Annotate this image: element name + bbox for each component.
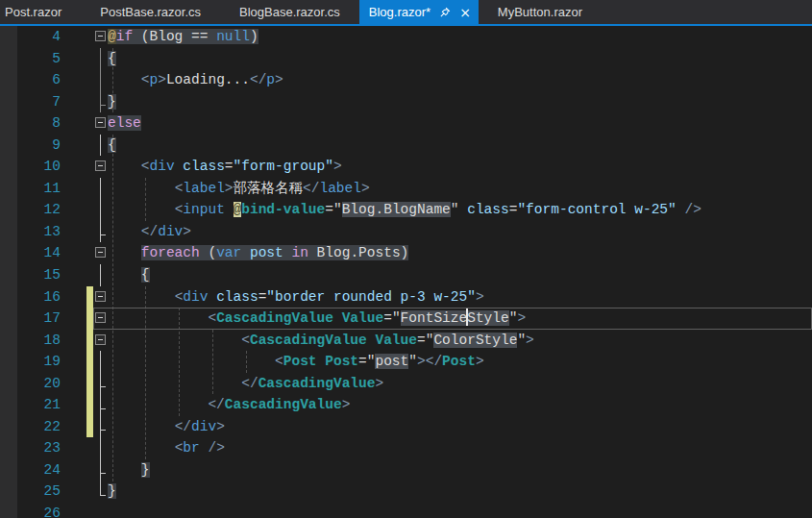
code-line-12[interactable]: 12 <input @bind-value="Blog.BlogName" cl… (0, 199, 812, 221)
code-token: == (183, 29, 216, 44)
fold-margin (93, 351, 108, 373)
code-text: <label>部落格名稱</label> (108, 178, 812, 200)
code-token: Value (375, 333, 417, 348)
change-margin (65, 48, 93, 70)
code-token (208, 289, 216, 305)
fold-end-tick (100, 386, 106, 387)
tab-mybutton-razor[interactable]: MyButton.razor (479, 0, 602, 24)
code-line-15[interactable]: 15 { (0, 264, 812, 286)
code-line-17[interactable]: 17 <CascadingValue Value="FontSizeStyle"… (0, 308, 812, 330)
code-token: Value (342, 310, 384, 326)
fold-guide-line (100, 178, 101, 200)
code-token: Blog (150, 29, 184, 44)
code-line-14[interactable]: 14 foreach (var post in Blog.Posts) (0, 242, 812, 264)
code-line-16[interactable]: 16 <div class="border rounded p-3 w-25"> (0, 286, 812, 308)
code-token (108, 333, 241, 348)
fold-margin (93, 308, 108, 330)
code-line-9[interactable]: 9{ (0, 135, 812, 157)
change-tracking-bar (86, 308, 93, 330)
code-token (108, 72, 141, 87)
fold-collapse-button[interactable] (95, 291, 106, 302)
code-line-25[interactable]: 25} (0, 481, 812, 503)
code-text: </CascadingValue> (108, 394, 812, 416)
line-number: 10 (17, 156, 65, 178)
fold-guide-line (100, 91, 101, 113)
code-token: </ (426, 354, 442, 369)
breakpoint-margin (0, 416, 17, 438)
fold-guide-line (100, 135, 101, 157)
tab-label: Blog.razor* (369, 5, 431, 19)
breakpoint-margin (0, 242, 17, 264)
code-token: "form-control w-25" (517, 202, 676, 217)
code-token: } (141, 462, 150, 478)
tab-post-razor[interactable]: Post.razor (0, 0, 81, 24)
code-line-7[interactable]: 7} (0, 91, 812, 113)
code-token: /> (684, 202, 701, 217)
fold-guide-line (100, 69, 101, 91)
fold-guide-line (100, 459, 101, 481)
code-token: if (116, 29, 133, 44)
line-number: 18 (17, 330, 65, 352)
fold-margin (93, 242, 108, 264)
change-tracking-bar (86, 351, 93, 373)
code-editor[interactable]: 4@if (Blog == null)5{6 <p>Loading...</p>… (0, 26, 812, 518)
code-line-6[interactable]: 6 <p>Loading...</p> (0, 69, 812, 91)
breakpoint-margin (0, 26, 17, 48)
code-token: </ (250, 72, 266, 87)
pin-icon[interactable] (439, 7, 451, 18)
code-text: { (108, 48, 812, 70)
fold-collapse-button[interactable] (95, 117, 106, 128)
code-line-11[interactable]: 11 <label>部落格名稱</label> (0, 178, 812, 200)
breakpoint-margin (0, 437, 17, 459)
code-line-23[interactable]: 23 <br /> (0, 437, 812, 459)
code-token: CascadingValue (216, 310, 333, 326)
breakpoint-margin (0, 48, 17, 70)
code-token: < (208, 310, 216, 326)
line-number: 14 (17, 242, 65, 264)
code-line-19[interactable]: 19 <Post Post="post"></Post> (0, 351, 812, 373)
fold-guide-line (100, 199, 101, 221)
code-token: post (250, 245, 283, 260)
tab-blog-razor[interactable]: Blog.razor*× (359, 0, 479, 24)
code-token: "border rounded p-3 w-25" (266, 289, 476, 305)
code-line-24[interactable]: 24 } (0, 459, 812, 481)
code-line-18[interactable]: 18 <CascadingValue Value="ColorStyle"> (0, 330, 812, 352)
code-token: </ (208, 397, 224, 412)
code-line-22[interactable]: 22 </div> (0, 416, 812, 438)
code-token: = (225, 159, 234, 174)
fold-collapse-button[interactable] (95, 312, 106, 323)
code-line-8[interactable]: 8else (0, 112, 812, 135)
tab-blogbase-razor-cs[interactable]: BlogBase.razor.cs (220, 0, 359, 24)
code-line-4[interactable]: 4@if (Blog == null) (0, 26, 812, 48)
fold-end-tick (100, 473, 106, 474)
code-line-13[interactable]: 13 </div> (0, 221, 812, 243)
code-line-20[interactable]: 20 </CascadingValue> (0, 373, 812, 395)
breakpoint-margin (0, 503, 17, 518)
code-token: " (451, 202, 459, 217)
change-margin (65, 394, 93, 416)
fold-collapse-button[interactable] (95, 334, 106, 345)
fold-margin (93, 437, 108, 459)
fold-collapse-button[interactable] (95, 31, 106, 41)
code-line-26[interactable]: 26 (0, 503, 812, 518)
change-margin (65, 91, 93, 113)
tab-label: Post.razor (5, 5, 62, 19)
close-icon[interactable]: × (459, 6, 471, 19)
line-number: 19 (17, 351, 65, 373)
fold-collapse-button[interactable] (95, 247, 106, 258)
code-token: " (333, 202, 342, 217)
change-tracking-bar (86, 416, 93, 438)
tab-postbase-razor-cs[interactable]: PostBase.razor.cs (81, 0, 220, 24)
code-line-21[interactable]: 21 </CascadingValue> (0, 394, 812, 416)
code-text: } (108, 481, 812, 503)
breakpoint-margin (0, 69, 17, 91)
code-text: } (108, 91, 812, 113)
code-line-5[interactable]: 5{ (0, 48, 812, 70)
fold-collapse-button[interactable] (95, 160, 106, 171)
code-token: > (517, 310, 526, 326)
code-token: Post (283, 354, 317, 369)
line-number: 26 (17, 503, 65, 518)
code-line-10[interactable]: 10 <div class="form-group"> (0, 156, 812, 178)
fold-guide-line (100, 351, 101, 373)
fold-margin (93, 264, 108, 286)
